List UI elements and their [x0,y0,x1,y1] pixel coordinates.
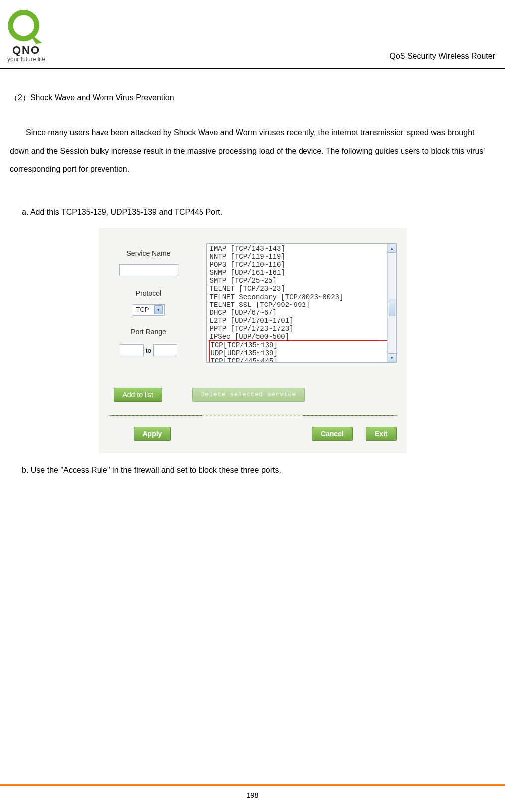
list-item[interactable]: TELNET [TCP/23~23] [210,285,393,293]
document-title: QoS Security Wireless Router [389,52,495,63]
step-a: a. Add this TCP135-139, UDP135-139 and T… [22,203,495,222]
list-item[interactable]: L2TP [UDP/1701~1701] [210,317,393,325]
step-b: b. Use the "Access Rule" in the firewall… [22,461,495,480]
list-item[interactable]: IPSec [UDP/500~500] [210,333,393,341]
screenshot-container: Service Name Protocol TCP ▾ Port Range t… [10,228,495,453]
add-to-list-button[interactable]: Add to list [114,388,162,402]
list-item[interactable]: SMTP [TCP/25~25] [210,277,393,285]
page-content: （2）Shock Wave and Worm Virus Prevention … [0,69,505,480]
brand-name: QNO [12,44,40,57]
chevron-down-icon: ▾ [154,305,163,314]
protocol-label: Protocol [109,285,189,301]
protocol-select[interactable]: TCP ▾ [133,304,165,316]
list-item[interactable]: TELNET SSL [TCP/992~992] [210,301,393,309]
apply-button[interactable]: Apply [134,427,171,441]
list-item[interactable]: NNTP [TCP/119~119] [210,253,393,261]
svg-point-0 [11,12,37,39]
section-title: （2）Shock Wave and Worm Virus Prevention [10,89,495,107]
port-from-input[interactable] [120,344,144,356]
list-scrollbar[interactable]: ▴ ▾ [387,244,396,362]
list-item[interactable]: UDP[UDP/135~139] [211,349,392,357]
service-name-input[interactable] [119,264,178,276]
brand-tagline: your future life [7,56,45,63]
logo-block: QNO your future life [4,10,49,63]
service-list: IMAP [TCP/143~143] NNTP [TCP/119~119] PO… [207,244,396,363]
list-item[interactable]: DHCP [UDP/67~67] [210,309,393,317]
delete-selected-button[interactable]: Delete selected service [192,388,305,402]
protocol-value: TCP [136,303,149,317]
port-range-label: Port Range [109,324,189,340]
list-item[interactable]: SNMP [UDP/161~161] [210,269,393,277]
list-item[interactable]: TCP[TCP/445~445] [211,357,392,363]
page-header: QNO your future life QoS Security Wirele… [0,0,505,69]
port-to-input[interactable] [153,344,177,356]
separator [109,415,397,416]
page-number: 198 [0,791,505,799]
list-item[interactable]: IMAP [TCP/143~143] [210,245,393,253]
exit-button[interactable]: Exit [366,427,397,441]
form-left-column: Service Name Protocol TCP ▾ Port Range t… [109,243,189,363]
service-config-panel: Service Name Protocol TCP ▾ Port Range t… [99,228,407,453]
service-name-label: Service Name [109,245,189,261]
section-paragraph: Since many users have been attacked by S… [10,124,495,179]
qno-logo-icon [4,10,49,45]
page-footer: 198 [0,784,505,799]
cancel-button[interactable]: Cancel [312,427,353,441]
to-text: to [146,343,151,358]
highlighted-selection: TCP[TCP/135~139] UDP[UDP/135~139] TCP[TC… [209,340,394,363]
service-list-panel[interactable]: IMAP [TCP/143~143] NNTP [TCP/119~119] PO… [206,243,397,363]
scroll-down-icon[interactable]: ▾ [388,353,396,362]
list-item[interactable]: TCP[TCP/135~139] [211,341,392,349]
list-item[interactable]: POP3 [TCP/110~110] [210,261,393,269]
scroll-up-icon[interactable]: ▴ [388,244,396,253]
footer-rule [0,784,505,786]
list-item[interactable]: TELNET Secondary [TCP/8023~8023] [210,293,393,301]
scroll-thumb[interactable] [389,299,395,316]
list-item[interactable]: PPTP [TCP/1723~1723] [210,325,393,333]
